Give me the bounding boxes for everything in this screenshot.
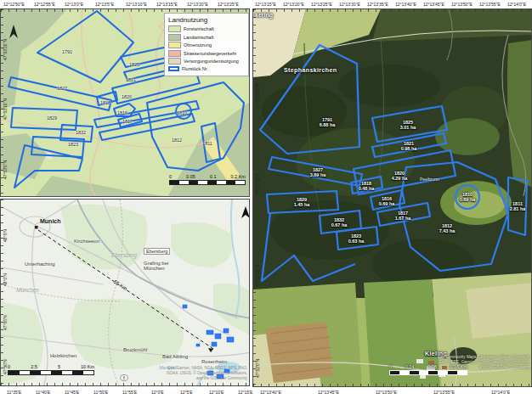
scale-bar-graphic [169,180,246,185]
coordinate-tick: 12°13'0"E [65,2,83,7]
tick-marks [1,200,3,385]
scale-label: 5 [58,364,60,369]
landuse-map-panel[interactable]: 47°53'20"N47°53'10"N47°53'0"N 1791182518… [0,8,250,197]
attribution-line: and the GIS User Community [128,376,247,381]
coordinate-tick: 12°13'55"E [433,390,455,395]
coordinate-tick: 12°13'35"E [367,2,388,7]
legend-swatch [168,50,181,57]
coordinate-tick: 12°13'30"E [339,2,360,7]
coordinate-tick: 12°14'0"E [491,390,510,395]
tick-marks [253,9,531,12]
tick-marks [1,9,3,196]
legend-title: Landnutzung [168,16,245,24]
tick-marks [1,9,249,12]
map-figure: 12°12'50"E12°12'55"E12°13'0"E12°13'5"E12… [0,0,532,399]
legend-item: Landwirtschaft [168,34,245,41]
coordinate-tick: 12°12'50"E [3,2,25,7]
scale-label: 0.1 [210,174,217,179]
scale-bar-graphic [389,370,467,375]
scale-label: 0 [169,174,172,179]
coordinate-tick: 11°55'E [122,390,137,395]
scale-bar-labels: 0 2.5 5 10 Km [8,364,94,369]
tick-marks [253,9,256,386]
coordinate-tick: 12°14'0"E [507,2,526,7]
coordinate-tick: 12°13'15"E [156,2,178,7]
scale-label: 10 Km [81,364,94,369]
coordinate-tick: 12°13'40"E [395,2,416,7]
legend-item-parcel: Flurstück Nr. [168,66,245,71]
road-shield: 8 [120,374,128,381]
coordinate-tick: 12°13'10"E [126,2,147,7]
legend-swatch [168,34,181,41]
coordinate-tick: 12°13'40"E [260,390,281,395]
coordinate-tick: 11°40'E [36,390,50,395]
legend-swatch [168,58,181,65]
top-coordinate-ruler: 12°12'50"E12°12'55"E12°13'0"E12°13'5"E12… [0,0,532,8]
overview-map-canvas [1,200,250,386]
scale-label: 0.2 Km [231,174,246,179]
legend-label: Ohnenutzung [184,42,212,48]
tick-marks [253,384,531,386]
scale-bar-graphic [8,370,94,375]
satellite-map-panel[interactable]: 47°53'0"N47°52'40"N47°52'20"N47°52'0"N 1… [252,8,532,387]
legend-item: Forstwirtschaft [168,25,245,32]
coordinate-tick: 12°13'25"E [218,2,239,7]
coordinate-tick: 12°10'E [209,390,224,395]
tick-marks [1,383,249,385]
scale-label: 2.5 [31,364,37,369]
coordinate-tick: 12°12'55"E [34,2,55,7]
coordinate-tick: 12°13'15"E [255,2,276,7]
coordinate-tick: 11°45'E [65,390,79,395]
scale-bar-labels: 0 0.05 0.1 0.2 Km [169,174,246,179]
coordinate-tick: 12°13'5"E [95,2,114,7]
legend-swatch [168,25,181,32]
legend-label: Strassenundwegeverkehr [184,51,236,56]
coordinate-tick: 12°13'50"E [451,2,473,7]
legend-item: Strassenundwegeverkehr [168,50,245,57]
bottom-coordinate-ruler: 11°35'E11°40'E11°45'E11°50'E11°55'E12°0'… [0,387,532,399]
landuse-legend: Landnutzung Forstwirtschaft Landwirtscha… [164,13,249,76]
munich-marker [35,226,38,229]
legend-label: Versorgungundentsorgung [184,59,239,64]
parcel-outline-swatch [168,66,179,71]
map-attribution: Esri, Garmin, NASA, NGA, USGS, NPS, FAO,… [128,366,247,381]
coordinate-tick: 12°0'E [151,390,164,395]
scale-label: 0 [389,364,392,369]
satellite-canvas [253,9,532,387]
attribution-line: and the GIS User Community [398,365,530,370]
scale-bar: 0 2.5 5 10 Km [8,364,94,375]
coordinate-tick: 12°13'20"E [187,2,208,7]
coordinate-tick: 12°13'55"E [479,2,501,7]
scale-label: 0.05 [186,174,195,179]
coordinate-tick: 11°50'E [93,390,108,395]
scale-bar: 0 0.05 0.1 0.2 Km [169,174,246,185]
coordinate-tick: 12°5'E [180,390,193,395]
coordinate-tick: 12°13'45"E [318,390,339,395]
scale-label: 0 [8,364,10,369]
overview-map-panel[interactable]: 48°5'N48°0'N47°55'N47°50'N MunichKirchse… [0,199,250,386]
coordinate-tick: 11°35'E [7,390,21,395]
coordinate-tick: 12°13'45"E [423,2,444,7]
coordinate-tick: 12°15'E [238,390,252,395]
legend-label: Flurstück Nr. [182,66,208,71]
coordinate-tick: 12°13'20"E [283,2,304,7]
legend-label: Forstwirtschaft [184,26,214,31]
coordinate-tick: 12°13'50"E [376,390,397,395]
map-attribution: Esri Community Maps Contributors, Maxar,… [398,355,530,370]
legend-item: Ohnenutzung [168,42,245,48]
legend-item: Versorgungundentsorgung [168,58,245,65]
legend-swatch [168,42,181,48]
legend-label: Landwirtschaft [184,35,213,40]
coordinate-tick: 12°13'25"E [311,2,332,7]
